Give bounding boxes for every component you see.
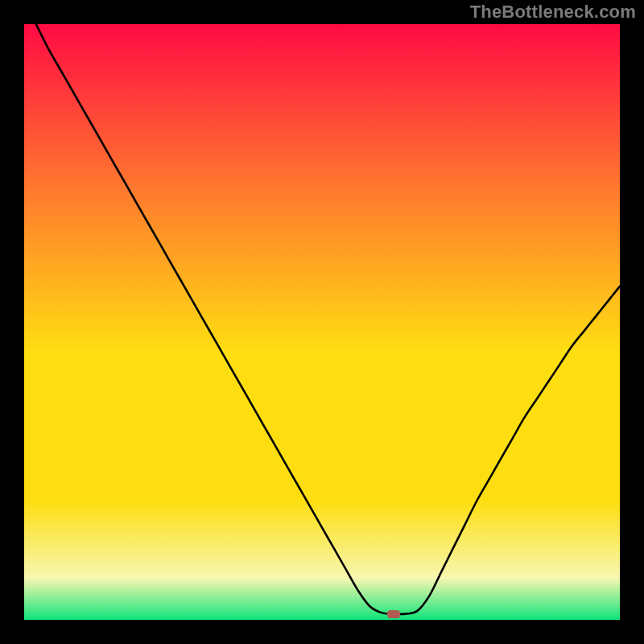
- watermark-text: TheBottleneck.com: [470, 2, 636, 23]
- plot-area: [24, 24, 620, 620]
- gradient-background: [24, 24, 620, 620]
- chart-frame: TheBottleneck.com: [0, 0, 644, 644]
- bottleneck-chart: [24, 24, 620, 620]
